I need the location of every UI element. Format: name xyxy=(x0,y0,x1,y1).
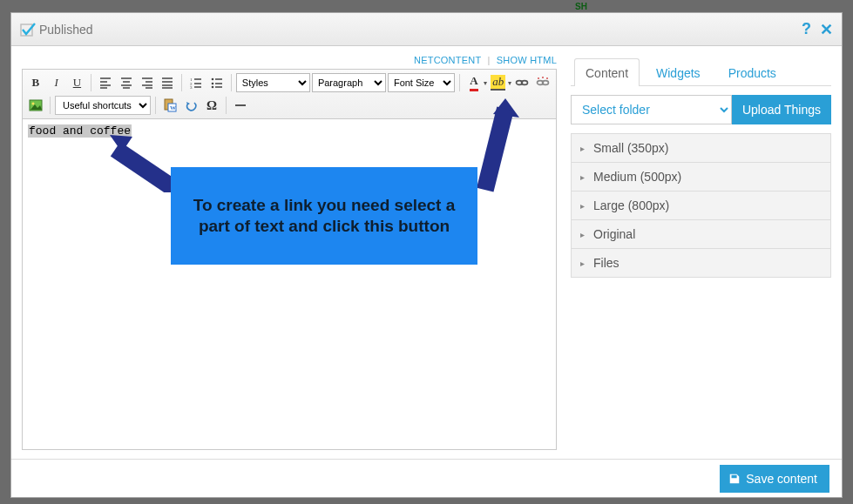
align-center-button[interactable] xyxy=(117,73,136,92)
align-justify-button[interactable] xyxy=(159,73,178,92)
dialog-header: Published ? ✕ xyxy=(11,13,842,46)
bullet-list-button[interactable] xyxy=(207,73,227,92)
published-label: Published xyxy=(39,23,93,37)
close-icon[interactable]: ✕ xyxy=(820,20,833,39)
link-button[interactable] xyxy=(513,73,532,92)
sidebar-tabs: Content Widgets Products xyxy=(571,55,831,86)
caret-right-icon: ▸ xyxy=(580,172,585,182)
accordion-original[interactable]: ▸Original xyxy=(571,219,831,249)
caret-right-icon: ▸ xyxy=(580,259,585,268)
sidebar-column: Content Widgets Products Select folder U… xyxy=(571,55,831,450)
svg-point-37 xyxy=(32,103,35,105)
undo-button[interactable] xyxy=(181,96,200,115)
text-color-button[interactable]: A xyxy=(464,73,484,92)
accordion-medium[interactable]: ▸Medium (500px) xyxy=(571,162,831,192)
accordion-files[interactable]: ▸Files xyxy=(571,248,831,278)
styles-select[interactable]: Styles xyxy=(236,73,310,92)
svg-text:3: 3 xyxy=(190,85,193,89)
format-select[interactable]: Paragraph xyxy=(312,73,386,92)
dialog-footer: Save content xyxy=(11,459,842,497)
tab-products[interactable]: Products xyxy=(717,58,788,86)
tab-widgets[interactable]: Widgets xyxy=(645,58,712,86)
background-marker: SH xyxy=(575,2,587,11)
tab-content[interactable]: Content xyxy=(574,58,640,86)
annotation-callout: To create a link you need select a part … xyxy=(171,167,477,265)
folder-select[interactable]: Select folder xyxy=(571,95,732,124)
save-content-button[interactable]: Save content xyxy=(720,465,829,493)
align-left-button[interactable] xyxy=(96,73,115,92)
accordion-large[interactable]: ▸Large (800px) xyxy=(571,191,831,220)
numbered-list-button[interactable]: 123 xyxy=(186,73,206,92)
link-separator: | xyxy=(484,55,493,65)
caret-right-icon: ▸ xyxy=(580,144,585,153)
special-char-button[interactable]: Ω xyxy=(202,96,221,115)
fontsize-select[interactable]: Font Size xyxy=(388,73,455,92)
bg-color-button[interactable]: ab xyxy=(489,73,508,92)
bold-button[interactable]: B xyxy=(26,73,45,92)
text-color-dropdown[interactable]: ▾ xyxy=(484,79,487,87)
paste-from-word-button[interactable]: W xyxy=(160,96,179,115)
accordion-small[interactable]: ▸Small (350px) xyxy=(571,133,831,163)
svg-rect-45 xyxy=(477,107,514,192)
svg-point-24 xyxy=(212,83,214,85)
save-icon xyxy=(728,473,741,485)
horizontal-rule-button[interactable] xyxy=(231,96,250,115)
editor-top-links: NETCONTENT | SHOW HTML xyxy=(22,55,557,65)
align-right-button[interactable] xyxy=(138,73,157,92)
help-icon[interactable]: ? xyxy=(802,20,811,38)
svg-text:W: W xyxy=(170,104,176,111)
underline-button[interactable]: U xyxy=(68,73,87,92)
image-button[interactable] xyxy=(26,96,45,115)
shortcuts-select[interactable]: Useful shortcuts xyxy=(55,96,151,115)
upload-button[interactable]: Upload Things xyxy=(732,95,831,124)
netcontent-link[interactable]: NETCONTENT xyxy=(414,55,481,65)
bg-color-dropdown[interactable]: ▾ xyxy=(508,79,511,87)
svg-point-25 xyxy=(212,86,214,89)
show-html-link[interactable]: SHOW HTML xyxy=(497,55,557,65)
caret-right-icon: ▸ xyxy=(580,230,585,239)
italic-button[interactable]: I xyxy=(47,73,66,92)
unlink-button[interactable] xyxy=(533,73,552,92)
svg-point-23 xyxy=(212,78,214,81)
caret-right-icon: ▸ xyxy=(580,201,585,211)
sidebar-body: Select folder Upload Things ▸Small (350p… xyxy=(571,86,831,277)
published-check-icon xyxy=(20,22,36,37)
